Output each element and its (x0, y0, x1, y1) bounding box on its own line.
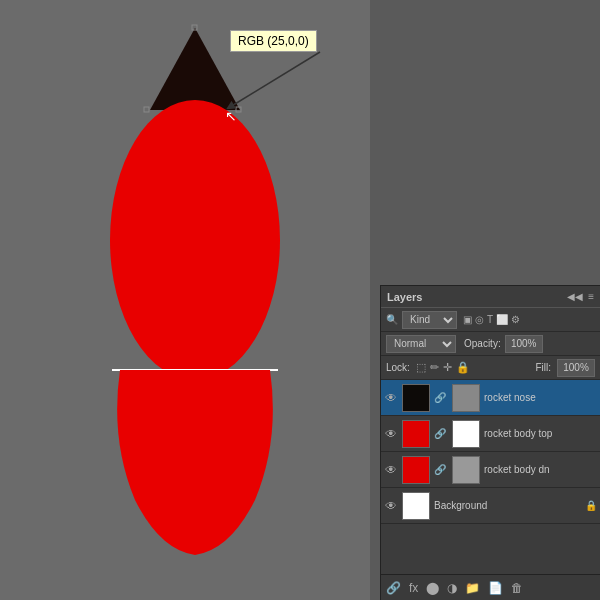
layer-thumb-bg-content (402, 492, 430, 520)
layer-row-rocket-nose[interactable]: 👁 🔗 rocket nose (381, 380, 600, 416)
layer-name-nose: rocket nose (484, 392, 597, 403)
layers-panel-header: Layers ◀◀ ≡ (381, 286, 600, 308)
chain-icon-nose: 🔗 (434, 392, 446, 403)
layers-panel: Layers ◀◀ ≡ 🔍 Kind ▣ ◎ T ⬜ ⚙ Normal Opac… (380, 285, 600, 600)
layer-thumb-top-content (402, 420, 430, 448)
lock-pixels-icon[interactable]: ✏ (430, 361, 439, 374)
selection-handle-bl (144, 107, 149, 112)
layers-toolbar: 🔗 fx ⬤ ◑ 📁 📄 🗑 (381, 574, 600, 600)
collapse-icon[interactable]: ◀◀ (567, 291, 583, 302)
new-layer-icon[interactable]: 📄 (488, 581, 503, 595)
opacity-input[interactable] (505, 335, 543, 353)
layers-header-icons: ◀◀ ≡ (567, 291, 594, 302)
search-icon: 🔍 (386, 314, 398, 325)
lock-position-icon[interactable]: ✛ (443, 361, 452, 374)
layer-row-rocket-body-dn[interactable]: 👁 🔗 rocket body dn (381, 452, 600, 488)
kind-filter-row: 🔍 Kind ▣ ◎ T ⬜ ⚙ (381, 308, 600, 332)
layer-mask-thumb-nose (452, 384, 480, 412)
link-icon[interactable]: 🔗 (386, 581, 401, 595)
layer-visibility-eye-bg[interactable]: 👁 (384, 499, 398, 513)
layer-row-rocket-body-top[interactable]: 👁 🔗 rocket body top (381, 416, 600, 452)
cursor: ↖ (225, 108, 237, 124)
layer-name-dn: rocket body dn (484, 464, 597, 475)
fill-label: Fill: (535, 362, 551, 373)
layer-lock-bg-icon: 🔒 (585, 500, 597, 511)
smart-filter-icon[interactable]: ⚙ (511, 314, 520, 325)
lock-transparent-icon[interactable]: ⬚ (416, 361, 426, 374)
delete-layer-icon[interactable]: 🗑 (511, 581, 523, 595)
layer-mask-thumb-dn (452, 456, 480, 484)
layer-thumb-nose-content (402, 384, 430, 412)
kind-select[interactable]: Kind (402, 311, 457, 329)
shape-filter-icon[interactable]: ⬜ (496, 314, 508, 325)
layer-visibility-eye-dn[interactable]: 👁 (384, 463, 398, 477)
tooltip-text: RGB (25,0,0) (238, 34, 309, 48)
rocket-body-bottom-shape (117, 370, 273, 555)
rocket-nose-shape (150, 28, 240, 110)
mask-icon[interactable]: ⬤ (426, 581, 439, 595)
opacity-label: Opacity: (464, 338, 501, 349)
lock-icons-group: ⬚ ✏ ✛ 🔒 (416, 361, 470, 374)
layer-visibility-eye-nose[interactable]: 👁 (384, 391, 398, 405)
color-tooltip: RGB (25,0,0) (230, 30, 317, 52)
layer-name-bg: Background (434, 500, 581, 511)
lock-label: Lock: (386, 362, 410, 373)
layer-thumb-dn-content (402, 456, 430, 484)
layer-visibility-eye-top[interactable]: 👁 (384, 427, 398, 441)
fill-input[interactable] (557, 359, 595, 377)
chain-icon-dn: 🔗 (434, 464, 446, 475)
fx-icon[interactable]: fx (409, 581, 418, 595)
panel-menu-icon[interactable]: ≡ (588, 291, 594, 302)
lock-all-icon[interactable]: 🔒 (456, 361, 470, 374)
layer-mask-thumb-top (452, 420, 480, 448)
kind-filter-icons: ▣ ◎ T ⬜ ⚙ (463, 314, 520, 325)
layer-row-background[interactable]: 👁 Background 🔒 (381, 488, 600, 524)
blend-mode-select[interactable]: Normal (386, 335, 456, 353)
folder-icon[interactable]: 📁 (465, 581, 480, 595)
canvas-area: RGB (25,0,0) ↖ (0, 0, 370, 600)
rocket-body-top-shape (110, 100, 280, 380)
adjustment-filter-icon[interactable]: ◎ (475, 314, 484, 325)
layers-panel-title: Layers (387, 291, 422, 303)
rocket-illustration (80, 10, 290, 580)
pixel-filter-icon[interactable]: ▣ (463, 314, 472, 325)
text-filter-icon[interactable]: T (487, 314, 493, 325)
adjustment-icon[interactable]: ◑ (447, 581, 457, 595)
blend-opacity-row: Normal Opacity: (381, 332, 600, 356)
chain-icon-top: 🔗 (434, 428, 446, 439)
layer-name-top: rocket body top (484, 428, 597, 439)
lock-fill-row: Lock: ⬚ ✏ ✛ 🔒 Fill: (381, 356, 600, 380)
